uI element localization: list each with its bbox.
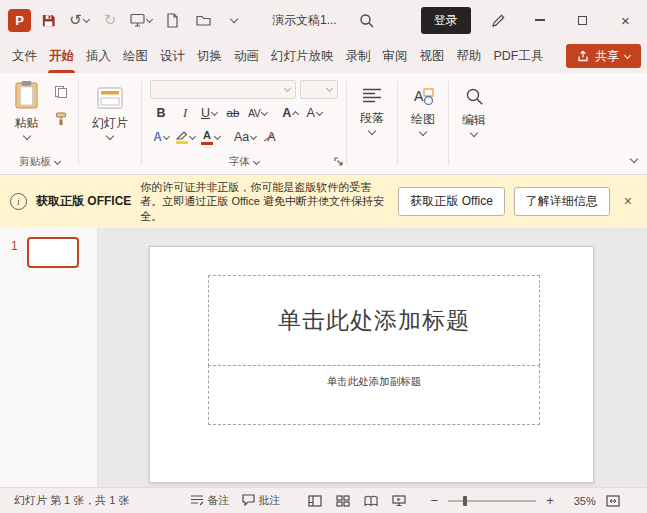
paste-button[interactable]: 粘贴 bbox=[7, 76, 46, 143]
zoom-slider[interactable] bbox=[448, 493, 536, 509]
undo-glyph: ↺ bbox=[69, 11, 82, 29]
window-controls: × bbox=[518, 0, 647, 40]
highlight-color-button[interactable] bbox=[174, 127, 197, 147]
share-chevron-icon bbox=[624, 51, 631, 58]
redo-glyph: ↻ bbox=[104, 11, 117, 29]
zoom-in-button[interactable]: + bbox=[540, 488, 560, 513]
font-name-combo[interactable] bbox=[150, 80, 296, 99]
change-case-chevron-icon bbox=[250, 132, 257, 139]
powerpoint-app-icon[interactable]: P bbox=[8, 9, 31, 32]
minimize-button[interactable] bbox=[518, 0, 561, 40]
italic-button[interactable]: I bbox=[174, 103, 196, 123]
fit-to-window-icon bbox=[606, 495, 620, 507]
clipboard-group-button[interactable]: 剪贴板 bbox=[19, 155, 60, 169]
shrink-font-icon: A bbox=[307, 106, 315, 120]
tab-transitions[interactable]: 切换 bbox=[191, 40, 228, 73]
slide-sorter-icon bbox=[336, 495, 350, 507]
tab-design[interactable]: 设计 bbox=[154, 40, 191, 73]
learn-more-button[interactable]: 了解详细信息 bbox=[514, 187, 610, 216]
ink-pen-icon[interactable] bbox=[485, 8, 513, 33]
slideshow-view-button[interactable] bbox=[385, 495, 413, 507]
open-folder-icon[interactable] bbox=[189, 8, 217, 33]
login-button[interactable]: 登录 bbox=[421, 7, 471, 34]
grow-font-button[interactable]: A bbox=[279, 103, 301, 123]
notes-button[interactable]: 备注 bbox=[184, 493, 236, 508]
tab-view[interactable]: 视图 bbox=[414, 40, 451, 73]
slide-sorter-view-button[interactable] bbox=[329, 495, 357, 507]
ribbon-collapse-icon[interactable] bbox=[631, 148, 637, 166]
format-painter-icon[interactable] bbox=[50, 109, 72, 129]
group-separator bbox=[397, 81, 398, 165]
underline-chevron-icon bbox=[211, 108, 218, 115]
tab-slideshow[interactable]: 幻灯片放映 bbox=[265, 40, 340, 73]
slide[interactable]: 单击此处添加标题 单击此处添加副标题 bbox=[149, 246, 594, 483]
copy-icon[interactable] bbox=[50, 82, 72, 102]
search-icon[interactable] bbox=[353, 8, 381, 33]
italic-icon: I bbox=[183, 106, 187, 121]
subtitle-placeholder[interactable]: 单击此处添加副标题 bbox=[208, 365, 540, 425]
license-bar-close-icon[interactable]: × bbox=[619, 193, 637, 209]
font-group-button[interactable]: 字体 bbox=[229, 155, 259, 169]
clipboard-group: 粘贴 剪贴板 bbox=[2, 76, 77, 174]
tab-help[interactable]: 帮助 bbox=[451, 40, 488, 73]
change-case-button[interactable]: Aa bbox=[232, 127, 258, 147]
slides-button[interactable]: 幻灯片 bbox=[85, 83, 135, 143]
comments-button[interactable]: 批注 bbox=[236, 493, 287, 508]
undo-icon[interactable]: ↺ bbox=[65, 8, 93, 33]
new-file-icon[interactable] bbox=[158, 8, 186, 33]
highlight-color-icon bbox=[176, 131, 188, 144]
zoom-track bbox=[448, 500, 536, 502]
character-spacing-button[interactable]: AV bbox=[246, 103, 269, 123]
font-color-button[interactable]: A bbox=[199, 127, 222, 147]
bold-button[interactable]: B bbox=[150, 103, 172, 123]
change-case-icon: Aa bbox=[234, 130, 249, 144]
drawing-shapes-icon: A bbox=[411, 87, 435, 108]
reading-view-button[interactable] bbox=[357, 495, 385, 507]
editing-label: 编辑 bbox=[462, 112, 486, 129]
zoom-level[interactable]: 35% bbox=[570, 488, 600, 513]
tab-review[interactable]: 审阅 bbox=[377, 40, 414, 73]
strikethrough-icon: ab bbox=[227, 107, 240, 119]
normal-view-button[interactable] bbox=[301, 495, 329, 507]
license-warning-title: 获取正版 OFFICE bbox=[36, 193, 131, 210]
tab-home[interactable]: 开始 bbox=[43, 40, 80, 73]
text-effects-chevron-icon bbox=[163, 132, 170, 139]
normal-view-icon bbox=[308, 495, 322, 507]
close-button[interactable]: × bbox=[604, 0, 647, 40]
font-dialog-launcher-icon[interactable] bbox=[332, 155, 344, 167]
character-spacing-icon: AV bbox=[248, 107, 260, 119]
slide-thumbnail[interactable] bbox=[27, 237, 79, 268]
tab-insert[interactable]: 插入 bbox=[80, 40, 117, 73]
tab-file[interactable]: 文件 bbox=[6, 40, 43, 73]
tab-record[interactable]: 录制 bbox=[340, 40, 377, 73]
quick-access-customize-icon[interactable] bbox=[220, 8, 248, 33]
redo-icon[interactable]: ↻ bbox=[96, 8, 124, 33]
group-separator bbox=[448, 81, 449, 165]
font-size-combo[interactable] bbox=[300, 80, 338, 99]
new-slide-icon bbox=[97, 87, 123, 112]
document-title[interactable]: 演示文稿1... bbox=[272, 12, 337, 29]
paragraph-button[interactable]: 段落 bbox=[353, 83, 391, 138]
strikethrough-button[interactable]: ab bbox=[222, 103, 244, 123]
text-effects-button[interactable]: A bbox=[150, 127, 172, 147]
title-placeholder-text: 单击此处添加标题 bbox=[278, 305, 470, 336]
underline-button[interactable]: U bbox=[198, 103, 220, 123]
tab-animations[interactable]: 动画 bbox=[228, 40, 265, 73]
tab-pdf-tools[interactable]: PDF工具 bbox=[488, 40, 550, 73]
fit-slide-to-window-button[interactable] bbox=[600, 488, 626, 513]
title-placeholder[interactable]: 单击此处添加标题 bbox=[208, 275, 540, 366]
maximize-button[interactable] bbox=[561, 0, 604, 40]
tab-draw[interactable]: 绘图 bbox=[117, 40, 154, 73]
touch-mouse-mode-icon[interactable] bbox=[127, 8, 155, 33]
zoom-out-button[interactable]: − bbox=[425, 488, 445, 513]
share-button[interactable]: 共享 bbox=[566, 44, 641, 68]
shrink-font-button[interactable]: A bbox=[303, 103, 325, 123]
touch-mode-chevron-icon bbox=[146, 15, 153, 22]
zoom-thumb[interactable] bbox=[463, 496, 467, 506]
clear-formatting-button[interactable]: A bbox=[260, 127, 282, 147]
get-genuine-office-button[interactable]: 获取正版 Office bbox=[398, 187, 504, 216]
editing-button[interactable]: 编辑 bbox=[455, 83, 493, 140]
save-icon[interactable] bbox=[34, 8, 62, 33]
drawing-button[interactable]: A 绘图 bbox=[404, 83, 442, 139]
slide-canvas: 单击此处添加标题 单击此处添加副标题 bbox=[98, 228, 647, 487]
